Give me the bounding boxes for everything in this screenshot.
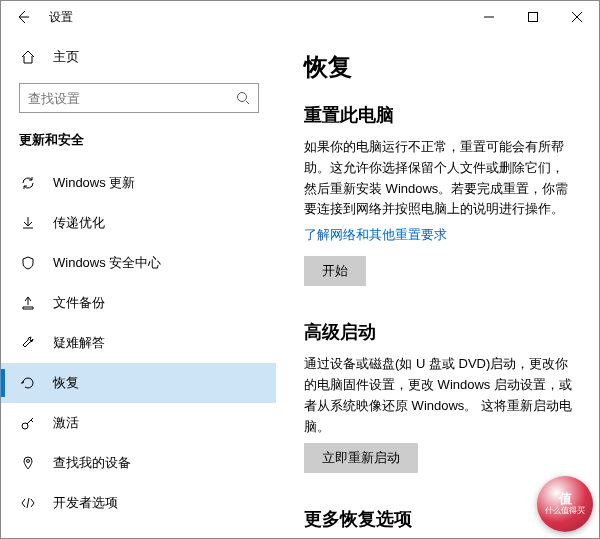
svg-point-1 (238, 93, 247, 102)
location-icon (19, 455, 37, 471)
sidebar-home-label: 主页 (53, 48, 79, 66)
settings-window: 设置 主页 更新和安全 (0, 0, 600, 539)
sidebar-item-troubleshoot[interactable]: 疑难解答 (1, 323, 276, 363)
reset-heading: 重置此电脑 (304, 103, 575, 127)
svg-rect-0 (529, 13, 538, 22)
reset-start-button[interactable]: 开始 (304, 256, 366, 286)
search-row (1, 75, 276, 127)
watermark-big: 值 (559, 492, 572, 506)
sidebar-item-activation[interactable]: 激活 (1, 403, 276, 443)
minimize-button[interactable] (467, 2, 511, 32)
search-input[interactable] (28, 91, 236, 106)
reset-body: 如果你的电脑运行不正常，重置可能会有所帮助。这允许你选择保留个人文件或删除它们，… (304, 137, 575, 220)
watermark-badge: 值 什么值得买 (537, 476, 593, 532)
advanced-body: 通过设备或磁盘(如 U 盘或 DVD)启动，更改你的电脑固件设置，更改 Wind… (304, 354, 575, 437)
backup-icon (19, 295, 37, 311)
sidebar-item-delivery-optimization[interactable]: 传递优化 (1, 203, 276, 243)
sidebar-item-label: 开发者选项 (53, 494, 118, 512)
sidebar-home[interactable]: 主页 (1, 39, 276, 75)
search-icon (236, 91, 250, 105)
sidebar-item-label: 恢复 (53, 374, 79, 392)
advanced-restart-button[interactable]: 立即重新启动 (304, 443, 418, 473)
sidebar-item-windows-security[interactable]: Windows 安全中心 (1, 243, 276, 283)
maximize-icon (528, 12, 538, 22)
sync-icon (19, 175, 37, 191)
watermark-small: 什么值得买 (545, 507, 585, 516)
delivery-icon (19, 215, 37, 231)
key-icon (19, 415, 37, 431)
window-title: 设置 (49, 9, 73, 26)
sidebar-item-label: Windows 安全中心 (53, 254, 161, 272)
page-title: 恢复 (304, 51, 575, 83)
sidebar-item-label: 疑难解答 (53, 334, 105, 352)
sidebar-item-label: 传递优化 (53, 214, 105, 232)
reset-link[interactable]: 了解网络和其他重置要求 (304, 226, 447, 244)
home-icon (19, 49, 37, 65)
sidebar-item-label: Windows 更新 (53, 174, 135, 192)
sidebar-item-backup[interactable]: 文件备份 (1, 283, 276, 323)
sidebar: 主页 更新和安全 Windows 更新 传递优化 (1, 33, 276, 538)
search-box[interactable] (19, 83, 259, 113)
arrow-left-icon (15, 9, 31, 25)
svg-point-3 (27, 460, 30, 463)
sidebar-item-recovery[interactable]: 恢复 (1, 363, 276, 403)
code-icon (19, 495, 37, 511)
back-button[interactable] (9, 3, 37, 31)
content: 恢复 重置此电脑 如果你的电脑运行不正常，重置可能会有所帮助。这允许你选择保留个… (276, 33, 599, 538)
shield-icon (19, 255, 37, 271)
close-icon (572, 12, 582, 22)
maximize-button[interactable] (511, 2, 555, 32)
wrench-icon (19, 335, 37, 351)
sidebar-item-windows-update[interactable]: Windows 更新 (1, 163, 276, 203)
more-heading: 更多恢复选项 (304, 507, 575, 531)
recovery-icon (19, 375, 37, 391)
close-button[interactable] (555, 2, 599, 32)
sidebar-group-title: 更新和安全 (1, 127, 276, 163)
advanced-heading: 高级启动 (304, 320, 575, 344)
sidebar-item-label: 文件备份 (53, 294, 105, 312)
sidebar-item-label: 激活 (53, 414, 79, 432)
titlebar: 设置 (1, 1, 599, 33)
sidebar-item-developer[interactable]: 开发者选项 (1, 483, 276, 523)
minimize-icon (484, 12, 494, 22)
sidebar-item-find-my-device[interactable]: 查找我的设备 (1, 443, 276, 483)
layout: 主页 更新和安全 Windows 更新 传递优化 (1, 33, 599, 538)
sidebar-item-label: 查找我的设备 (53, 454, 131, 472)
sidebar-items: Windows 更新 传递优化 Windows 安全中心 文件备份 疑难解答 (1, 163, 276, 538)
